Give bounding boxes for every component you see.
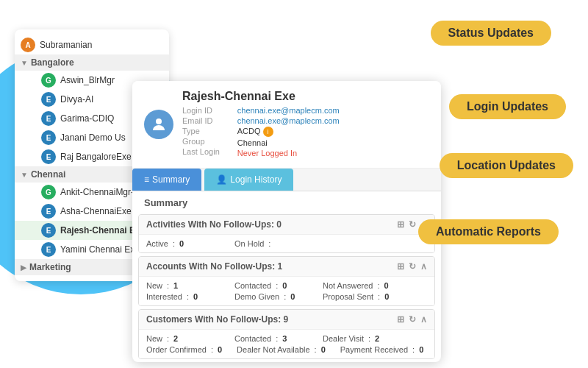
accounts-contacted-label: Contacted <box>234 281 271 290</box>
accounts-interested: Interested : 0 <box>146 292 220 301</box>
onhold-label: On Hold <box>234 239 264 248</box>
tooltip-location: Location Updates <box>440 153 573 178</box>
customers-row-1: New : 2 Contacted : 3 Dealer Visit : 2 <box>146 334 427 343</box>
accounts-demogiven: Demo Given : 0 <box>234 292 308 301</box>
divya-avatar: E <box>41 92 56 107</box>
accounts-refresh-icon[interactable]: ↻ <box>409 261 416 272</box>
customers-card-header: Customers With No Follow-Ups: 9 ⊞ ↻ ∧ <box>139 310 434 330</box>
yamini-avatar: E <box>41 242 56 257</box>
asha-avatar: E <box>41 204 56 219</box>
customers-dv-value: 2 <box>375 334 379 343</box>
customers-card: Customers With No Follow-Ups: 9 ⊞ ↻ ∧ Ne… <box>138 309 435 359</box>
accounts-proposal-label: Proposal Sent <box>323 292 373 301</box>
grid-icon[interactable]: ⊞ <box>397 219 404 230</box>
last-login-label: Last Login <box>182 147 220 156</box>
root-user-label: Subramanian <box>40 40 92 50</box>
customers-pr-value: 0 <box>419 345 423 354</box>
tab-login-history[interactable]: 👤 Login History <box>204 169 293 191</box>
ankit-avatar: G <box>41 185 56 199</box>
customers-new: New : 2 <box>146 334 220 343</box>
accounts-card-header: Accounts With No Follow-Ups: 1 ⊞ ↻ ∧ <box>139 257 434 277</box>
customers-dna-value: 0 <box>321 345 326 354</box>
aswin-avatar: G <box>41 73 56 88</box>
accounts-new: New : 1 <box>146 281 220 290</box>
raj-avatar: E <box>41 149 56 164</box>
type-label: Type <box>182 127 220 135</box>
crm-user-name: Rajesh-Chennai Exe <box>182 90 340 103</box>
marketing-arrow: ▶ <box>21 263 26 272</box>
customers-card-icons: ⊞ ↻ ∧ <box>397 314 427 325</box>
bangalore-label: Bangalore <box>31 57 74 68</box>
accounts-title: Accounts With No Follow-Ups: 1 <box>146 261 282 272</box>
accounts-card-body: New : 1 Contacted : 0 Not Answered : 0 I… <box>139 277 434 305</box>
tooltip-login: Login Updates <box>449 94 566 119</box>
activities-card-body: Active : 0 On Hold : <box>139 235 434 252</box>
refresh-icon[interactable]: ↻ <box>409 219 416 230</box>
accounts-notanswered: Not Answered : 0 <box>323 281 396 290</box>
summary-tab-icon: ≡ <box>144 174 149 185</box>
customers-refresh-icon[interactable]: ↻ <box>409 314 416 325</box>
crm-tabs: ≡ Summary 👤 Login History <box>132 169 441 191</box>
raj-label: Raj BangaloreExe <box>60 152 132 162</box>
garima-avatar: E <box>41 111 56 126</box>
customers-row-2: Order Confirmed : 0 Dealer Not Available… <box>146 345 427 354</box>
accounts-new-label: New <box>146 281 162 290</box>
summary-tab-label: Summary <box>152 174 190 185</box>
customers-grid-icon[interactable]: ⊞ <box>397 314 404 325</box>
accounts-contacted-value: 0 <box>282 281 287 290</box>
accounts-row-1: New : 1 Contacted : 0 Not Answered : 0 <box>146 281 427 290</box>
customers-contacted: Contacted : 3 <box>234 334 308 343</box>
customers-contacted-label: Contacted <box>234 334 271 343</box>
customers-collapse-icon[interactable]: ∧ <box>420 314 427 325</box>
tooltip-location-label: Location Updates <box>457 159 556 171</box>
accounts-interested-value: 0 <box>193 292 198 301</box>
accounts-card: Accounts With No Follow-Ups: 1 ⊞ ↻ ∧ New… <box>138 256 435 306</box>
crm-col-2: chennai.exe@maplecm.com chennai.exe@mapl… <box>237 106 340 159</box>
accounts-interested-label: Interested <box>146 292 182 301</box>
root-avatar: A <box>21 38 35 52</box>
group-label: Group <box>182 137 220 146</box>
activities-onhold: On Hold : <box>234 239 308 248</box>
sidebar-root-user[interactable]: A Subramanian <box>15 35 169 54</box>
accounts-na-label: Not Answered <box>323 281 373 290</box>
tooltip-reports-label: Automatic Reports <box>436 225 541 238</box>
accounts-card-icons: ⊞ ↻ ∧ <box>397 261 427 272</box>
activities-card-header: Activities With No Follow-Ups: 0 ⊞ ↻ ∧ <box>139 215 434 235</box>
aswin-label: Aswin_BlrMgr <box>60 75 115 85</box>
svg-point-0 <box>156 118 162 124</box>
email-id-label: Email ID <box>182 116 220 125</box>
marketing-label: Marketing <box>29 262 71 272</box>
customers-orderconfirmed: Order Confirmed : 0 <box>146 345 222 354</box>
tab-summary[interactable]: ≡ Summary <box>132 169 201 191</box>
accounts-row-2: Interested : 0 Demo Given : 0 Proposal S… <box>146 292 427 301</box>
tooltip-reports: Automatic Reports <box>418 219 559 244</box>
type-value: ACDQ i <box>237 127 340 137</box>
sidebar-group-bangalore[interactable]: ▼ Bangalore <box>15 54 169 71</box>
tooltip-login-label: Login Updates <box>467 100 548 113</box>
accounts-proposal-value: 0 <box>384 292 389 301</box>
customers-oc-label: Order Confirmed <box>146 345 207 354</box>
tooltip-status-label: Status Updates <box>448 26 534 39</box>
accounts-collapse-icon[interactable]: ∧ <box>420 261 427 272</box>
activities-title: Activities With No Follow-Ups: 0 <box>146 219 282 230</box>
accounts-na-value: 0 <box>384 281 389 290</box>
login-id-value: chennai.exe@maplecm.com <box>237 106 340 115</box>
customers-title: Customers With No Follow-Ups: 9 <box>146 314 288 325</box>
customers-contacted-value: 3 <box>282 334 287 343</box>
login-history-tab-label: Login History <box>230 174 282 185</box>
customers-dna-label: Dealer Not Available <box>237 345 309 354</box>
accounts-grid-icon[interactable]: ⊞ <box>397 261 404 272</box>
crm-col-1: Login ID Email ID Type Group Last Login <box>182 106 220 159</box>
garima-label: Garima-CDIQ <box>60 113 114 124</box>
chennai-label: Chennai <box>31 169 65 180</box>
customers-card-body: New : 2 Contacted : 3 Dealer Visit : 2 O… <box>139 330 434 358</box>
login-id-label: Login ID <box>182 106 220 115</box>
chennai-arrow: ▼ <box>21 171 28 179</box>
activities-row: Active : 0 On Hold : <box>146 239 427 248</box>
tooltip-status: Status Updates <box>431 21 551 46</box>
active-value: 0 <box>179 239 184 248</box>
group-value: Chennai <box>237 138 340 147</box>
yamini-label: Yamini Chennai Exe <box>60 244 140 255</box>
customers-dv-label: Dealer Visit <box>323 334 364 343</box>
customers-pr-label: Payment Received <box>340 345 408 354</box>
